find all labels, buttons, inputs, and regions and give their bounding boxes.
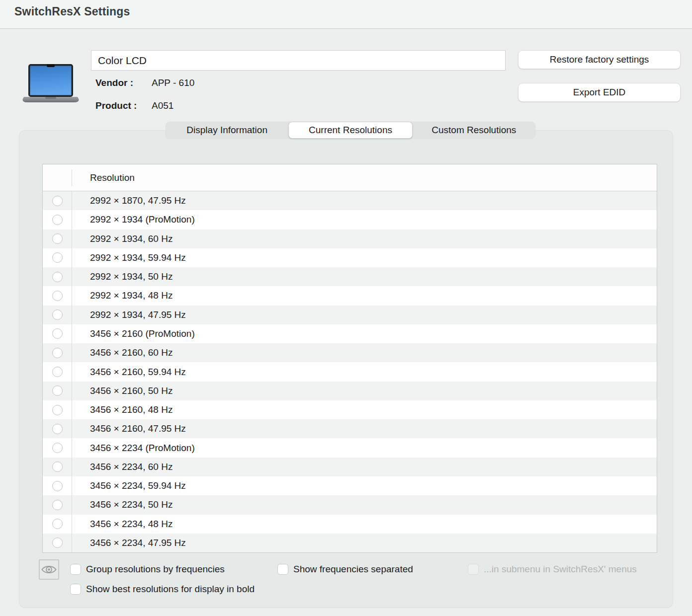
resolution-radio[interactable] [52, 291, 63, 301]
resolution-label: 2992 × 1934, 60 Hz [72, 230, 657, 248]
resolution-radio[interactable] [52, 233, 63, 244]
radio-cell [43, 267, 72, 286]
table-row[interactable]: 2992 × 1934 (ProMotion) [43, 210, 657, 229]
resolution-label: 2992 × 1934 (ProMotion) [72, 210, 657, 229]
resolution-radio[interactable] [52, 405, 63, 415]
table-row[interactable]: 3456 × 2234, 48 Hz [43, 515, 657, 534]
resolution-label: 2992 × 1870, 47.95 Hz [72, 191, 657, 210]
radio-cell [43, 248, 72, 267]
resolution-column-header: Resolution [90, 164, 135, 191]
table-row[interactable]: 2992 × 1934, 50 Hz [43, 267, 657, 286]
resolution-label: 3456 × 2234, 60 Hz [72, 458, 657, 476]
radio-cell [43, 286, 72, 305]
resolution-radio[interactable] [52, 328, 63, 339]
resolution-label: 2992 × 1934, 59.94 Hz [72, 248, 657, 267]
checkbox-label: Group resolutions by frequencies [86, 564, 225, 575]
resolution-radio[interactable] [52, 252, 63, 263]
radio-cell [43, 438, 72, 457]
table-row[interactable]: 2992 × 1934, 48 Hz [43, 286, 657, 305]
resolution-label: 3456 × 2160, 48 Hz [72, 400, 657, 419]
resolution-label: 3456 × 2160, 47.95 Hz [72, 419, 657, 438]
resolution-label: 3456 × 2160 (ProMotion) [72, 324, 657, 343]
restore-factory-settings-button[interactable]: Restore factory settings [518, 50, 681, 69]
resolution-label: 3456 × 2234 (ProMotion) [72, 438, 657, 457]
radio-cell [43, 534, 72, 552]
vendor-row: Vendor : APP - 610 [95, 77, 133, 88]
table-row[interactable]: 2992 × 1934, 59.94 Hz [43, 248, 657, 267]
resolution-radio[interactable] [52, 538, 63, 548]
resolution-label: 2992 × 1934, 48 Hz [72, 286, 657, 305]
resolution-label: 3456 × 2160, 50 Hz [72, 382, 657, 400]
resolution-radio[interactable] [52, 424, 63, 434]
resolution-label: 3456 × 2160, 60 Hz [72, 343, 657, 362]
tab-current-resolutions[interactable]: Current Resolutions [288, 122, 412, 139]
resolution-radio[interactable] [52, 309, 63, 320]
resolution-radio[interactable] [52, 519, 63, 529]
vendor-label: Vendor : [95, 77, 133, 88]
table-row[interactable]: 3456 × 2160, 47.95 Hz [43, 419, 657, 438]
table-row[interactable]: 2992 × 1870, 47.95 Hz [43, 191, 657, 210]
resolution-radio[interactable] [52, 385, 63, 396]
table-row[interactable]: 3456 × 2160, 60 Hz [43, 343, 657, 362]
table-row[interactable]: 3456 × 2160, 48 Hz [43, 400, 657, 419]
table-row[interactable]: 2992 × 1934, 60 Hz [43, 230, 657, 248]
table-row[interactable]: 3456 × 2234, 47.95 Hz [43, 534, 657, 552]
window-titlebar: SwitchResX Settings [0, 0, 692, 29]
radio-cell [43, 515, 72, 534]
radio-cell [43, 419, 72, 438]
eye-icon [41, 564, 57, 575]
resolution-label: 3456 × 2234, 48 Hz [72, 515, 657, 534]
checkbox[interactable] [70, 564, 81, 575]
preview-eye-button[interactable] [39, 559, 59, 580]
option-show-best-resolutions-bold[interactable]: Show best resolutions for display in bol… [70, 583, 255, 595]
option-group-resolutions-by-frequencies[interactable]: Group resolutions by frequencies [70, 563, 225, 575]
resolution-radio[interactable] [52, 462, 63, 472]
resolution-radio[interactable] [52, 272, 63, 282]
table-row[interactable]: 3456 × 2234, 60 Hz [43, 458, 657, 476]
table-row[interactable]: 3456 × 2234 (ProMotion) [43, 438, 657, 457]
display-name-input[interactable] [91, 50, 506, 71]
checkbox-label: Show frequencies separated [293, 564, 413, 575]
tab-custom-resolutions[interactable]: Custom Resolutions [413, 122, 535, 139]
radio-cell [43, 458, 72, 476]
checkbox[interactable] [277, 564, 288, 575]
resolution-radio[interactable] [52, 481, 63, 491]
option-show-frequencies-separated[interactable]: Show frequencies separated [277, 563, 413, 575]
laptop-icon [22, 63, 80, 107]
radio-cell [43, 210, 72, 229]
resolutions-table: Resolution 2992 × 1870, 47.95 Hz 2992 × … [42, 164, 657, 553]
export-edid-button[interactable]: Export EDID [518, 83, 681, 102]
option-in-submenu-switchresx-menus: ...in submenu in SwitchResX' menus [468, 563, 637, 575]
resolution-radio[interactable] [52, 500, 63, 510]
product-label: Product : [95, 100, 137, 111]
resolution-radio[interactable] [52, 348, 63, 358]
table-row[interactable]: 3456 × 2160, 50 Hz [43, 382, 657, 400]
checkbox-label: ...in submenu in SwitchResX' menus [484, 564, 637, 575]
table-row[interactable]: 2992 × 1934, 47.95 Hz [43, 306, 657, 324]
resolution-radio[interactable] [52, 367, 63, 377]
resolution-radio[interactable] [52, 215, 63, 225]
radio-cell [43, 382, 72, 400]
column-separator [72, 169, 72, 186]
resolution-radio[interactable] [52, 196, 63, 206]
tab-bar: Display Information Current Resolutions … [166, 122, 535, 139]
table-row[interactable]: 3456 × 2234, 50 Hz [43, 495, 657, 514]
table-header[interactable]: Resolution [43, 164, 657, 191]
radio-cell [43, 230, 72, 248]
checkbox-label: Show best resolutions for display in bol… [86, 584, 255, 595]
resolution-radio[interactable] [52, 443, 63, 453]
radio-cell [43, 362, 72, 381]
window-title: SwitchResX Settings [14, 5, 130, 18]
tab-display-information[interactable]: Display Information [166, 122, 288, 139]
resolution-label: 2992 × 1934, 47.95 Hz [72, 306, 657, 324]
radio-cell [43, 476, 72, 495]
table-row[interactable]: 3456 × 2160 (ProMotion) [43, 324, 657, 343]
radio-cell [43, 306, 72, 324]
resolution-label: 3456 × 2234, 47.95 Hz [72, 534, 657, 552]
checkbox[interactable] [70, 584, 81, 595]
table-row[interactable]: 3456 × 2160, 59.94 Hz [43, 362, 657, 381]
radio-cell [43, 191, 72, 210]
table-row[interactable]: 3456 × 2234, 59.94 Hz [43, 476, 657, 495]
resolution-label: 3456 × 2234, 59.94 Hz [72, 476, 657, 495]
resolution-label: 3456 × 2234, 50 Hz [72, 495, 657, 514]
